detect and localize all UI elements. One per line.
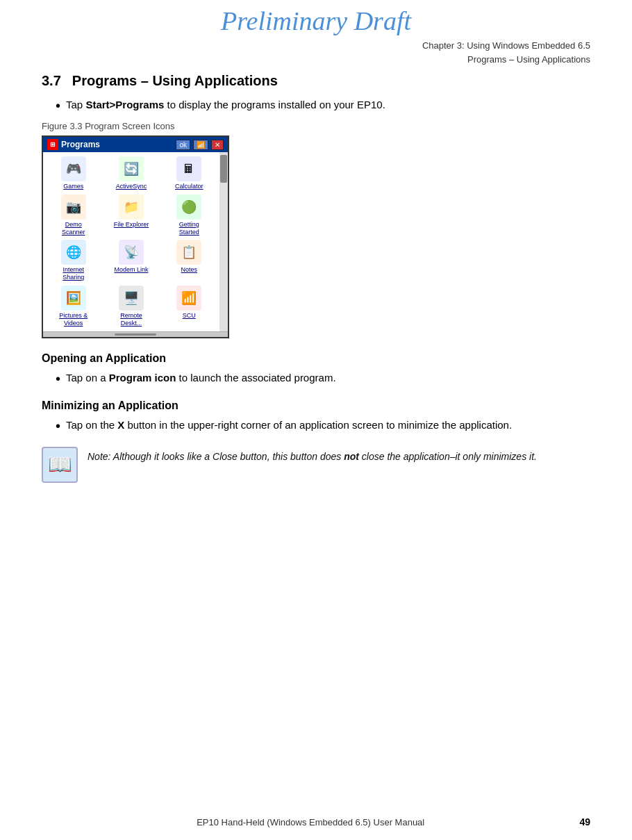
app-label-explorer: File Explorer xyxy=(114,221,149,229)
intro-bullet: • Tap Start>Programs to display the prog… xyxy=(56,97,590,114)
taskbar-line xyxy=(115,333,156,336)
titlebar-left: ⊞ Programs xyxy=(47,139,100,150)
app-item-calculator[interactable]: 🖩Calculator xyxy=(162,156,217,190)
app-grid: 🎮Games🔄ActiveSync🖩Calculator📷Demo Scanne… xyxy=(46,156,217,327)
footer-page: 49 xyxy=(579,816,590,827)
app-label-scu: SCU xyxy=(183,312,196,320)
app-label-remote: Remote Deskt... xyxy=(120,312,142,327)
scrollbar-thumb xyxy=(220,155,227,183)
device-screen: ⊞ Programs ok 📶 ✕ 🎮Games🔄ActiveSync🖩Calc… xyxy=(42,135,229,338)
chapter-info: Chapter 3: Using Windows Embedded 6.5 Pr… xyxy=(0,39,632,66)
app-label-games: Games xyxy=(63,183,83,190)
titlebar-title: Programs xyxy=(61,140,100,149)
app-item-scu[interactable]: 📶SCU xyxy=(162,286,217,327)
titlebar-controls: ok 📶 ✕ xyxy=(176,140,224,150)
app-label-pictures: Pictures & Videos xyxy=(59,312,88,327)
app-item-notes[interactable]: 📋Notes xyxy=(162,240,217,281)
app-label-getting: Getting Started xyxy=(179,221,199,236)
note-bold: not xyxy=(344,451,359,462)
app-item-games[interactable]: 🎮Games xyxy=(46,156,101,190)
app-label-modem: Modem Link xyxy=(114,266,148,274)
app-icon-pictures: 🖼️ xyxy=(61,286,86,311)
chapter-line1: Chapter 3: Using Windows Embedded 6.5 xyxy=(0,39,590,53)
app-icon-modem: 📡 xyxy=(119,240,144,265)
app-icon-games: 🎮 xyxy=(61,156,86,181)
page-footer: EP10 Hand-Held (Windows Embedded 6.5) Us… xyxy=(0,816,632,827)
device-content: 🎮Games🔄ActiveSync🖩Calculator📷Demo Scanne… xyxy=(43,152,219,331)
app-icon-internet: 🌐 xyxy=(61,240,86,265)
device-scrollbar[interactable] xyxy=(219,152,228,331)
device-scrollbar-container: 🎮Games🔄ActiveSync🖩Calculator📷Demo Scanne… xyxy=(43,152,228,331)
opening-heading: Opening an Application xyxy=(42,352,590,365)
minimizing-bullet-text: Tap on the X button in the upper-right c… xyxy=(66,418,512,434)
main-content: 3.7 Programs – Using Applications • Tap … xyxy=(0,66,632,523)
device-titlebar: ⊞ Programs ok 📶 ✕ xyxy=(43,137,228,152)
app-icon-getting: 🟢 xyxy=(176,195,201,220)
figure-label: Figure 3.3 Program Screen Icons xyxy=(42,121,590,131)
note-text-before: Note: Although it looks like a Close but… xyxy=(88,451,344,462)
opening-bullet-text: Tap on a Program icon to launch the asso… xyxy=(66,370,336,387)
app-item-explorer[interactable]: 📁File Explorer xyxy=(103,195,158,236)
note-book-icon: 📖 xyxy=(42,447,78,483)
titlebar-close-btn[interactable]: ✕ xyxy=(211,140,224,150)
app-icon-explorer: 📁 xyxy=(119,195,144,220)
minimizing-heading: Minimizing an Application xyxy=(42,400,590,412)
app-icon-demo: 📷 xyxy=(61,195,86,220)
section-heading: 3.7 Programs – Using Applications xyxy=(42,73,590,89)
app-icon-activesync: 🔄 xyxy=(119,156,144,181)
section-title: Programs – Using Applications xyxy=(72,73,278,89)
app-icon-scu: 📶 xyxy=(176,286,201,311)
chapter-line2: Programs – Using Applications xyxy=(0,53,590,67)
preliminary-draft-title: Preliminary Draft xyxy=(0,6,632,36)
app-label-notes: Notes xyxy=(181,266,198,274)
minimizing-bullet: • Tap on the X button in the upper-right… xyxy=(56,418,590,434)
app-item-getting[interactable]: 🟢Getting Started xyxy=(162,195,217,236)
device-taskbar xyxy=(43,331,228,337)
app-icon-calculator: 🖩 xyxy=(176,156,201,181)
app-label-demo: Demo Scanner xyxy=(62,221,85,236)
note-text: Note: Although it looks like a Close but… xyxy=(88,447,537,465)
app-item-activesync[interactable]: 🔄ActiveSync xyxy=(103,156,158,190)
opening-bullet: • Tap on a Program icon to launch the as… xyxy=(56,370,590,387)
app-item-modem[interactable]: 📡Modem Link xyxy=(103,240,158,281)
app-item-demo[interactable]: 📷Demo Scanner xyxy=(46,195,101,236)
section-number: 3.7 xyxy=(42,73,61,89)
intro-bullet-text: Tap Start>Programs to display the progra… xyxy=(66,97,385,114)
bullet-dot: • xyxy=(56,97,60,114)
app-icon-remote: 🖥️ xyxy=(119,286,144,311)
app-item-internet[interactable]: 🌐Internet Sharing xyxy=(46,240,101,281)
titlebar-signal-icon: 📶 xyxy=(193,140,208,150)
titlebar-ok-btn[interactable]: ok xyxy=(176,140,190,150)
windows-start-icon: ⊞ xyxy=(47,139,58,150)
note-box: 📖 Note: Although it looks like a Close b… xyxy=(42,447,590,483)
footer-text: EP10 Hand-Held (Windows Embedded 6.5) Us… xyxy=(42,817,579,827)
note-text-after: close the application–it only minimizes … xyxy=(359,451,537,462)
bullet-dot-3: • xyxy=(56,418,60,434)
app-label-activesync: ActiveSync xyxy=(116,183,147,190)
app-icon-notes: 📋 xyxy=(176,240,201,265)
app-item-remote[interactable]: 🖥️Remote Deskt... xyxy=(103,286,158,327)
screenshot-container: ⊞ Programs ok 📶 ✕ 🎮Games🔄ActiveSync🖩Calc… xyxy=(42,135,590,338)
bullet-dot-2: • xyxy=(56,370,60,387)
page-header: Preliminary Draft xyxy=(0,0,632,39)
app-item-pictures[interactable]: 🖼️Pictures & Videos xyxy=(46,286,101,327)
app-label-calculator: Calculator xyxy=(175,183,203,190)
app-label-internet: Internet Sharing xyxy=(63,266,84,281)
